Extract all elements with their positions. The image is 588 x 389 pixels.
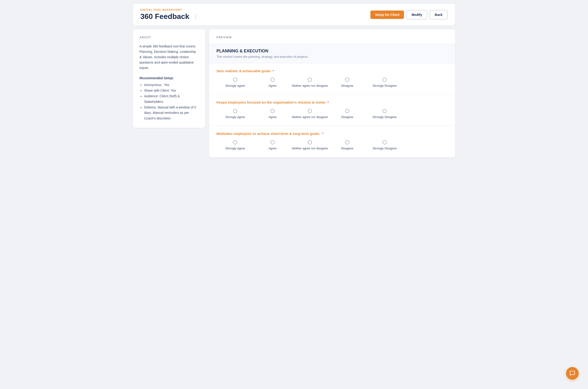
setup-item-anonymous: Anonymous : Yes [144, 82, 199, 88]
main-content: ABOUT A simple 360 feedback tool that co… [133, 29, 455, 158]
option-agree-1: Agree [254, 78, 291, 88]
setup-item-audience: Audience: Client (Self) & Stakeholders [144, 94, 199, 105]
question-2-block: Keeps employees focused on the organisat… [209, 95, 455, 126]
option-neither-3: Neither agree nor disagree [291, 140, 329, 151]
radio-strongly-agree-2[interactable] [233, 109, 237, 113]
about-section-label: ABOUT [140, 36, 199, 39]
option-label-disagree-1: Disagree [341, 84, 353, 88]
option-agree-3: Agree [254, 140, 291, 151]
radio-disagree-2[interactable] [345, 109, 349, 113]
option-disagree-3: Disagree [329, 140, 366, 151]
option-label-disagree-3: Disagree [341, 146, 353, 151]
radio-neither-1[interactable] [308, 78, 312, 82]
question-2-required-star: * [327, 100, 329, 104]
option-strongly-disagree-1: Strongly Disagree [366, 78, 403, 88]
header-left: DIGITAL TOOL REPOSITORY 360 Feedback ⋮ [140, 8, 199, 21]
question-1-block: Sets realistic & achievable goals * Stro… [209, 63, 455, 95]
option-neither-2: Neither agree nor disagree [291, 109, 329, 119]
radio-strongly-disagree-1[interactable] [383, 78, 387, 82]
option-agree-2: Agree [254, 109, 291, 119]
question-2-text: Keeps employees focused on the organisat… [217, 100, 448, 104]
question-3-required-star: * [322, 132, 323, 136]
planning-section-header: PLANNING & EXECUTION This section covers… [209, 44, 455, 63]
back-button[interactable]: Back [430, 10, 448, 19]
option-label-agree-2: Agree [269, 115, 277, 119]
radio-strongly-disagree-2[interactable] [383, 109, 387, 113]
planning-section-title: PLANNING & EXECUTION [217, 49, 448, 54]
question-3-block: Motivates employees to achieve short-ter… [209, 126, 455, 157]
option-disagree-2: Disagree [329, 109, 366, 119]
question-1-options: Strongly agree Agree Neither agree nor d… [217, 78, 448, 88]
radio-strongly-agree-1[interactable] [233, 78, 237, 82]
option-strongly-agree-3: Strongly agree [217, 140, 254, 151]
page-title-row: 360 Feedback ⋮ [140, 12, 199, 21]
question-1-required-star: * [273, 69, 274, 73]
radio-strongly-disagree-3[interactable] [383, 140, 387, 144]
menu-dots-icon[interactable]: ⋮ [192, 13, 199, 20]
about-description: A simple 360 feedback tool that covers P… [140, 44, 199, 71]
question-1-text: Sets realistic & achievable goals * [217, 69, 448, 73]
option-neither-1: Neither agree nor disagree [291, 78, 329, 88]
digital-tool-label: DIGITAL TOOL REPOSITORY [140, 8, 199, 11]
option-label-strongly-agree-3: Strongly agree [225, 146, 245, 151]
option-label-strongly-disagree-2: Strongly Disagree [372, 115, 396, 119]
option-label-strongly-disagree-1: Strongly Disagree [372, 84, 396, 88]
planning-section-subtitle: This section covers the planning, strate… [217, 55, 448, 59]
modify-button[interactable]: Modify [406, 10, 427, 19]
preview-panel: PREVIEW PLANNING & EXECUTION This sectio… [209, 29, 455, 158]
option-label-strongly-agree-1: Strongly agree [225, 84, 245, 88]
radio-agree-3[interactable] [270, 140, 275, 144]
question-3-options: Strongly agree Agree Neither agree nor d… [217, 140, 448, 151]
radio-agree-1[interactable] [270, 78, 275, 82]
radio-disagree-1[interactable] [345, 78, 349, 82]
option-label-agree-3: Agree [269, 146, 277, 151]
option-label-neither-1: Neither agree nor disagree [292, 84, 328, 88]
setup-list: Anonymous : Yes Share with Client: Yes A… [140, 82, 199, 121]
header-actions: Setup for Client Modify Back [370, 10, 448, 19]
about-panel: ABOUT A simple 360 feedback tool that co… [133, 29, 205, 128]
page-wrapper: DIGITAL TOOL REPOSITORY 360 Feedback ⋮ S… [133, 4, 455, 158]
option-strongly-disagree-3: Strongly Disagree [366, 140, 403, 151]
header-card: DIGITAL TOOL REPOSITORY 360 Feedback ⋮ S… [133, 4, 455, 26]
recommended-setup-title: Recommended Setup: [140, 76, 199, 80]
preview-section-label: PREVIEW [209, 29, 455, 39]
setup-item-delivery: Delivery: Manual with a window of 5 days… [144, 105, 199, 121]
option-label-disagree-2: Disagree [341, 115, 353, 119]
radio-agree-2[interactable] [270, 109, 275, 113]
chat-icon [569, 370, 575, 376]
setup-item-share: Share with Client: Yes [144, 88, 199, 94]
option-strongly-agree-2: Strongly agree [217, 109, 254, 119]
radio-neither-3[interactable] [308, 140, 312, 144]
option-label-neither-3: Neither agree nor disagree [292, 146, 328, 151]
option-label-neither-2: Neither agree nor disagree [292, 115, 328, 119]
page-title: 360 Feedback [140, 12, 189, 21]
radio-disagree-3[interactable] [345, 140, 349, 144]
option-label-strongly-disagree-3: Strongly Disagree [372, 146, 396, 151]
radio-strongly-agree-3[interactable] [233, 140, 237, 144]
setup-for-client-button[interactable]: Setup for Client [370, 10, 404, 19]
question-2-options: Strongly agree Agree Neither agree nor d… [217, 109, 448, 119]
radio-neither-2[interactable] [308, 109, 312, 113]
option-strongly-agree-1: Strongly agree [217, 78, 254, 88]
option-strongly-disagree-2: Strongly Disagree [366, 109, 403, 119]
option-label-agree-1: Agree [269, 84, 277, 88]
chat-button[interactable] [566, 367, 579, 380]
question-3-text: Motivates employees to achieve short-ter… [217, 132, 448, 136]
option-label-strongly-agree-2: Strongly agree [225, 115, 245, 119]
option-disagree-1: Disagree [329, 78, 366, 88]
